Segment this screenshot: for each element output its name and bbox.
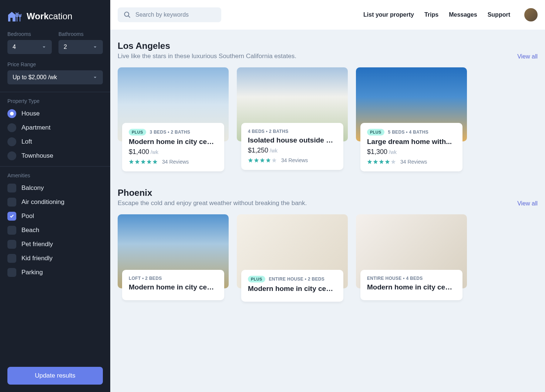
star-icon [141,159,146,164]
svg-marker-13 [254,158,259,163]
svg-line-6 [128,16,130,18]
plus-badge: PLUS [367,129,384,135]
listing-reviews: 34 Reviews [281,157,308,163]
listing-card[interactable]: ENTIRE HOUSE • 4 BEDSModern home in city… [356,214,467,302]
listing-reviews: 34 Reviews [162,159,189,165]
property-type-label: Apartment [21,124,50,131]
nav-support[interactable]: Support [488,11,510,18]
listing-body: ENTIRE HOUSE • 4 BEDSModern home in city… [360,270,462,300]
bedrooms-select[interactable]: 4 [7,40,52,54]
svg-point-5 [125,12,129,17]
view-all-link[interactable]: View all [517,200,538,207]
region-subtitle: Escape the cold and enjoy great weather … [118,200,307,207]
listing-body: PLUS5 BEDS • 4 BATHSLarge dream home wit… [360,123,462,171]
chevron-down-icon [41,44,47,50]
bathrooms-value: 2 [64,44,67,50]
star-icon [254,158,259,163]
listing-meta: 4 BEDS • 2 BATHS [248,129,288,134]
svg-marker-18 [373,160,378,164]
property-type-label: Property Type [7,98,103,104]
listing-card[interactable]: PLUS5 BEDS • 4 BATHSLarge dream home wit… [356,67,467,171]
logo[interactable]: Workcation [0,0,110,31]
bathrooms-label: Bathrooms [58,31,103,37]
divider [0,166,110,167]
property-type-label: Townhouse [21,152,53,160]
svg-marker-12 [248,158,253,163]
star-icon [391,159,396,164]
star-icon [135,159,140,164]
listing-meta: 3 BEDS • 2 BATHS [150,130,190,135]
listing-meta: ENTIRE HOUSE • 4 BEDS [367,276,423,281]
star-icon [373,159,378,164]
price-range-value: Up to $2,000 /wk [13,74,57,81]
plus-badge: PLUS [248,276,265,282]
topbar: List your property Trips Messages Suppor… [110,0,545,30]
amenity-option[interactable]: Balcony [7,184,103,192]
region: Los AngelesLive like the stars in these … [118,41,538,171]
amenity-option[interactable]: Beach [7,226,103,235]
property-type-option[interactable]: House [7,109,103,118]
amenity-option[interactable]: Pet friendly [7,240,103,249]
amenity-option[interactable]: Kid friendly [7,254,103,263]
svg-marker-21 [391,160,396,164]
property-type-option[interactable]: Apartment [7,123,103,132]
search-input[interactable] [135,11,215,18]
view-all-link[interactable]: View all [517,53,538,60]
plus-badge: PLUS [129,129,146,135]
listing-card[interactable]: LOFT • 2 BEDSModern home in city center [118,214,229,302]
listing-price: $1,300 [367,148,387,156]
star-icon [152,159,158,164]
radio-icon [7,137,16,146]
svg-marker-14 [260,158,265,163]
svg-marker-8 [135,160,140,164]
rating-stars [129,159,158,164]
nav-list-property[interactable]: List your property [363,11,414,18]
amenity-label: Parking [21,269,43,276]
star-icon [147,159,152,164]
bathrooms-select[interactable]: 2 [58,40,103,54]
amenity-label: Pet friendly [21,241,53,248]
nav-trips[interactable]: Trips [424,11,438,18]
logo-text: Workcation [27,11,73,21]
amenity-label: Air conditioning [21,198,64,206]
avatar[interactable] [524,8,538,21]
property-type-option[interactable]: Loft [7,137,103,146]
svg-marker-15 [266,158,271,163]
amenity-label: Beach [21,227,39,234]
amenity-option[interactable]: Pool [7,212,103,221]
star-icon [266,158,271,163]
region-title: Los Angeles [118,41,296,51]
amenity-option[interactable]: Air conditioning [7,198,103,207]
nav-messages[interactable]: Messages [449,11,477,18]
property-type-label: Loft [21,138,32,145]
amenity-option[interactable]: Parking [7,268,103,277]
divider [0,92,110,92]
region: PhoenixEscape the cold and enjoy great w… [118,188,538,302]
listing-card[interactable]: PLUSENTIRE HOUSE • 2 BEDSModern home in … [237,214,348,302]
listing-card[interactable]: 4 BEDS • 2 BATHSIsolated house outside o… [237,67,348,171]
svg-marker-20 [385,160,390,164]
listing-card[interactable]: PLUS3 BEDS • 2 BATHSModern home in city … [118,67,229,171]
star-icon [385,159,390,164]
listing-body: PLUS3 BEDS • 2 BATHSModern home in city … [122,123,224,171]
update-results-button[interactable]: Update results [7,367,103,385]
listing-price: $1,400 [129,148,149,156]
star-icon [379,159,384,164]
price-range-select[interactable]: Up to $2,000 /wk [7,70,103,84]
listing-price-unit: /wk [270,148,277,154]
listing-meta: LOFT • 2 BEDS [129,276,162,281]
amenity-label: Balcony [21,184,44,192]
checkbox-icon [7,198,16,207]
amenity-label: Kid friendly [21,255,53,262]
radio-icon [7,109,16,118]
svg-marker-17 [367,160,372,164]
property-type-option[interactable]: Townhouse [7,151,103,160]
search-box[interactable] [118,7,221,22]
chevron-down-icon [92,44,98,50]
listing-title: Modern home in city center [367,283,456,291]
checkbox-icon [7,240,16,249]
sidebar: Workcation Bedrooms 4 Bathrooms 2 [0,0,110,392]
listing-meta: 5 BEDS • 4 BATHS [388,130,428,135]
svg-marker-7 [129,160,134,164]
checkbox-icon [7,254,16,263]
